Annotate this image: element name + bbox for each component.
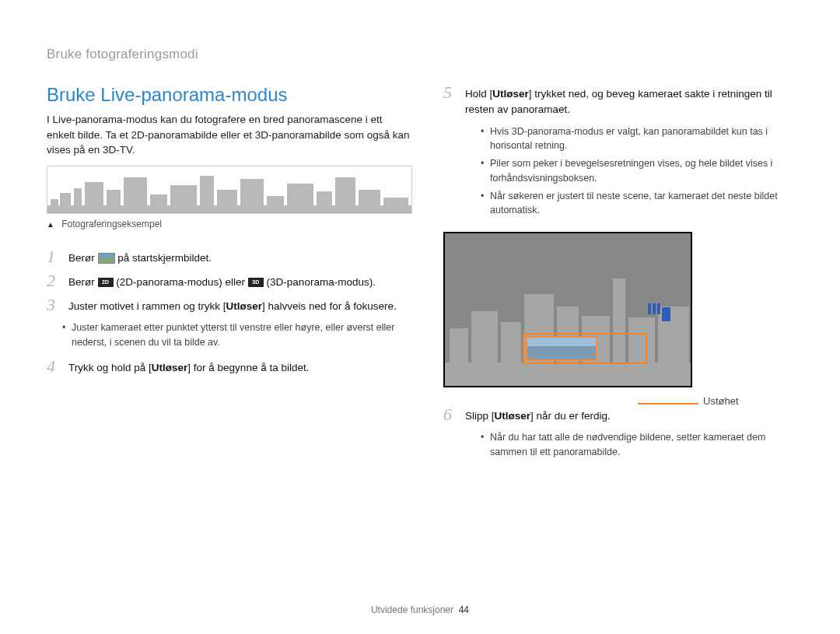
step-text: Slipp [Utløser] når du er ferdig.	[465, 406, 611, 424]
callout-label: Ustøhet	[703, 395, 739, 407]
step-number: 2	[47, 272, 61, 289]
preview-inner-frame	[526, 336, 597, 361]
shutter-bold: Utløser	[495, 410, 531, 422]
caption-text: Fotograferingseksempel	[61, 219, 162, 229]
step-text: Berør 2D (2D-panorama-modus) eller 3D (3…	[68, 272, 376, 290]
step-5-bullet-2: Piler som peker i bevegelsesretningen vi…	[481, 156, 793, 186]
step-5-text-a: Hold [	[465, 88, 492, 100]
step-1-text-a: Berør	[68, 252, 98, 264]
left-column: Bruke Live-panorama-modus I Live-panoram…	[47, 84, 412, 463]
page-footer: Utvidede funksjoner 44	[0, 604, 840, 615]
intro-paragraph: I Live-panorama-modus kan du fotografere…	[47, 112, 412, 158]
step-3-text-b: ] halvveis ned for å fokusere.	[262, 300, 397, 312]
shutter-bold: Utløser	[492, 88, 529, 100]
viewfinder-illustration	[443, 232, 692, 387]
panorama-mode-icon	[98, 253, 115, 264]
step-6-bullet-1: Når du har tatt alle de nødvendige bilde…	[481, 430, 793, 460]
step-5-bullet-1: Hvis 3D-panorama-modus er valgt, kan pan…	[481, 124, 793, 154]
step-4: 4 Trykk og hold på [Utløser] for å begyn…	[47, 358, 412, 376]
shutter-bold: Utløser	[152, 362, 188, 373]
step-4-text-b: ] for å begynne å ta bildet.	[187, 362, 309, 373]
step-2: 2 Berør 2D (2D-panorama-modus) eller 3D …	[47, 272, 412, 290]
page-columns: Bruke Live-panorama-modus I Live-panoram…	[47, 84, 793, 463]
figure-caption: Fotograferingseksempel	[47, 219, 412, 229]
step-text: Hold [Utløser] trykket ned, og beveg kam…	[465, 84, 793, 118]
step-1: 1 Berør på startskjermbildet.	[47, 248, 412, 266]
step-3-text-a: Juster motivet i rammen og trykk [	[68, 300, 226, 312]
step-5: 5 Hold [Utløser] trykket ned, og beveg k…	[443, 84, 793, 118]
right-column: 5 Hold [Utløser] trykket ned, og beveg k…	[443, 84, 793, 463]
step-2-text-a: Berør	[68, 276, 98, 288]
footer-section: Utvidede funksjoner	[371, 604, 453, 615]
page-number: 44	[459, 604, 469, 615]
step-6-text-a: Slipp [	[465, 410, 495, 422]
step-text: Trykk og hold på [Utløser] for å begynne…	[68, 358, 309, 376]
panorama-2d-icon: 2D	[98, 278, 114, 287]
step-number: 1	[47, 248, 61, 265]
step-5-bullet-3: Når søkeren er justert til neste scene, …	[481, 189, 793, 219]
panorama-example-illustration	[47, 166, 412, 214]
step-6-text-b: ] når du er ferdig.	[530, 410, 611, 422]
callout-leader-line	[638, 403, 698, 405]
step-1-text-b: på startskjermbildet.	[117, 252, 212, 264]
preview-box	[523, 333, 647, 364]
step-2-text-mid: (2D-panorama-modus) eller	[116, 276, 248, 288]
step-text: Berør på startskjermbildet.	[68, 248, 212, 266]
step-text: Juster motivet i rammen og trykk [Utløse…	[68, 296, 397, 314]
page-title: Bruke Live-panorama-modus	[47, 84, 412, 106]
step-number: 6	[443, 406, 457, 423]
panorama-3d-icon: 3D	[248, 278, 264, 287]
section-label: Bruke fotograferingsmodi	[47, 47, 793, 62]
direction-arrow-icon	[648, 303, 672, 321]
step-number: 5	[443, 84, 457, 101]
step-3: 3 Juster motivet i rammen og trykk [Utlø…	[47, 296, 412, 314]
step-number: 4	[47, 358, 61, 375]
step-number: 3	[47, 296, 61, 313]
shutter-bold: Utløser	[226, 300, 263, 312]
step-2-text-b: (3D-panorama-modus).	[267, 276, 376, 288]
step-4-text-a: Trykk og hold på [	[68, 362, 152, 373]
step-6: 6 Slipp [Utløser] når du er ferdig.	[443, 406, 793, 424]
step-3-sub: Juster kameraet etter punktet ytterst ti…	[62, 321, 412, 350]
